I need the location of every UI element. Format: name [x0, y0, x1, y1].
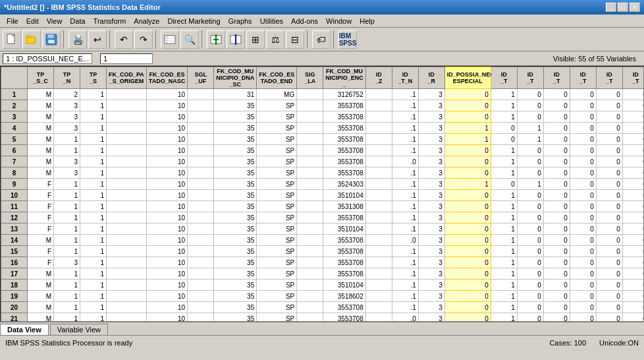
table-cell[interactable]: [365, 167, 392, 179]
table-cell[interactable]: .1: [392, 291, 418, 302]
go-to-case-button[interactable]: [161, 30, 179, 49]
table-cell[interactable]: 3: [54, 100, 80, 111]
row-number-cell[interactable]: 8: [1, 167, 28, 179]
table-cell[interactable]: [297, 302, 323, 313]
table-cell[interactable]: 3: [54, 167, 80, 179]
col-id-r[interactable]: ID_R: [418, 67, 444, 89]
table-cell[interactable]: M: [28, 145, 54, 156]
table-cell[interactable]: 0: [543, 123, 570, 134]
table-cell[interactable]: 1: [54, 302, 80, 313]
table-cell[interactable]: 1: [491, 89, 517, 100]
table-cell[interactable]: 1: [54, 212, 80, 224]
table-cell[interactable]: 10: [146, 313, 187, 322]
row-number-cell[interactable]: 19: [1, 291, 28, 302]
col-sig-la[interactable]: SIG_LA: [297, 67, 323, 89]
table-row[interactable]: 14M111035SP3553708.030100000010002458113…: [1, 235, 645, 246]
maximize-button[interactable]: □: [618, 3, 628, 12]
table-cell[interactable]: 3: [418, 145, 444, 156]
table-cell[interactable]: F: [28, 201, 54, 212]
table-cell[interactable]: 0: [596, 134, 622, 145]
table-row[interactable]: 11F111035SP3531308.130100000010002458113…: [1, 201, 645, 212]
col-id1[interactable]: ID_T: [491, 67, 517, 89]
table-cell[interactable]: [188, 179, 214, 190]
table-cell[interactable]: [107, 179, 147, 190]
table-cell[interactable]: 1: [80, 212, 107, 224]
table-cell[interactable]: 0: [622, 190, 644, 201]
table-cell[interactable]: 35: [214, 100, 257, 111]
menu-data[interactable]: Data: [66, 16, 89, 26]
table-cell[interactable]: MG: [257, 89, 297, 100]
table-cell[interactable]: 3510104: [323, 190, 366, 201]
row-number-cell[interactable]: 14: [1, 235, 28, 246]
table-cell[interactable]: .1: [392, 100, 418, 111]
table-cell[interactable]: 0: [444, 100, 491, 111]
table-cell[interactable]: 0: [517, 156, 543, 167]
table-cell[interactable]: 0: [543, 291, 570, 302]
redo-button[interactable]: ↷: [134, 30, 153, 49]
table-cell[interactable]: 0: [596, 280, 622, 291]
table-cell[interactable]: 1: [80, 235, 107, 246]
table-cell[interactable]: M: [28, 291, 54, 302]
table-cell[interactable]: 0: [622, 179, 644, 190]
table-cell[interactable]: 10: [146, 145, 187, 156]
table-cell[interactable]: 0: [596, 167, 622, 179]
table-cell[interactable]: [365, 179, 392, 190]
table-cell[interactable]: 0: [570, 145, 596, 156]
table-cell[interactable]: 0: [622, 134, 644, 145]
table-cell[interactable]: .1: [392, 280, 418, 291]
table-cell[interactable]: 0: [622, 280, 644, 291]
table-cell[interactable]: SP: [257, 201, 297, 212]
col-sgl-uf[interactable]: SGL_UF: [188, 67, 214, 89]
table-cell[interactable]: 10: [146, 179, 187, 190]
table-cell[interactable]: SP: [257, 246, 297, 257]
find-button[interactable]: 🔍: [180, 30, 199, 49]
table-cell[interactable]: 0: [517, 291, 543, 302]
table-cell[interactable]: 1: [54, 224, 80, 235]
table-cell[interactable]: 3531308: [323, 201, 366, 212]
table-cell[interactable]: M: [28, 156, 54, 167]
minimize-button[interactable]: _: [606, 3, 616, 12]
table-cell[interactable]: 0: [543, 179, 570, 190]
table-cell[interactable]: [297, 246, 323, 257]
row-number-cell[interactable]: 9: [1, 179, 28, 190]
table-cell[interactable]: 1: [54, 201, 80, 212]
table-cell[interactable]: 3: [418, 212, 444, 224]
table-cell[interactable]: 0: [570, 190, 596, 201]
col-id2[interactable]: ID_T: [517, 67, 543, 89]
table-cell[interactable]: 0: [517, 212, 543, 224]
table-cell[interactable]: 0: [570, 134, 596, 145]
table-cell[interactable]: 0: [444, 167, 491, 179]
table-cell[interactable]: SP: [257, 179, 297, 190]
row-number-cell[interactable]: 17: [1, 268, 28, 280]
table-cell[interactable]: 10: [146, 134, 187, 145]
table-cell[interactable]: 1: [517, 123, 543, 134]
table-cell[interactable]: 0: [570, 212, 596, 224]
table-cell[interactable]: 0: [570, 179, 596, 190]
table-cell[interactable]: 3126752: [323, 89, 366, 100]
table-row[interactable]: 16F311035SP3553708.130100000010002458113…: [1, 257, 645, 268]
table-cell[interactable]: [365, 111, 392, 123]
table-cell[interactable]: 35: [214, 123, 257, 134]
table-cell[interactable]: SP: [257, 313, 297, 322]
table-cell[interactable]: 1: [80, 257, 107, 268]
col-tp-s[interactable]: TP_S: [80, 67, 107, 89]
table-cell[interactable]: 0: [570, 291, 596, 302]
table-cell[interactable]: 0: [570, 201, 596, 212]
col-fk-cod-pa[interactable]: FK_COD_PA_S_ORIGEM: [107, 67, 147, 89]
table-cell[interactable]: 1: [80, 111, 107, 123]
table-cell[interactable]: 3: [418, 280, 444, 291]
table-cell[interactable]: 1: [444, 123, 491, 134]
table-cell[interactable]: [297, 212, 323, 224]
table-cell[interactable]: 1: [491, 268, 517, 280]
table-cell[interactable]: 0: [622, 89, 644, 100]
table-cell[interactable]: 0: [570, 302, 596, 313]
table-cell[interactable]: M: [28, 313, 54, 322]
table-cell[interactable]: 0: [596, 179, 622, 190]
table-cell[interactable]: 0: [543, 201, 570, 212]
table-cell[interactable]: 1: [491, 235, 517, 246]
table-cell[interactable]: .1: [392, 111, 418, 123]
table-cell[interactable]: [188, 291, 214, 302]
table-cell[interactable]: 35: [214, 246, 257, 257]
table-cell[interactable]: [107, 145, 147, 156]
table-cell[interactable]: 0: [444, 145, 491, 156]
